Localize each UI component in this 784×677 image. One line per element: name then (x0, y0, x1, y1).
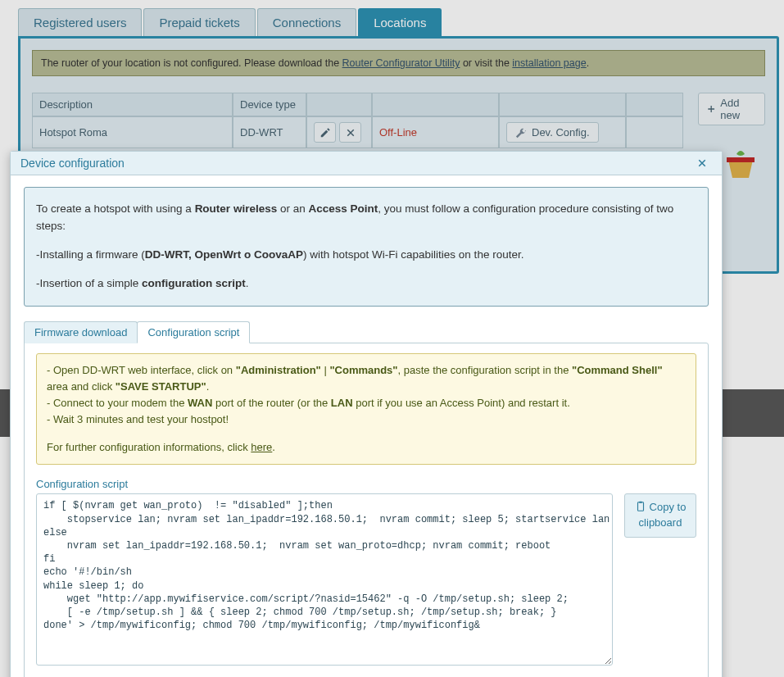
txt: port if you use an Access Point) and res… (353, 397, 570, 409)
txt: -Insertion of a simple (36, 277, 142, 289)
txt-bold: WAN (188, 397, 212, 409)
txt: area and click (47, 380, 116, 393)
svg-rect-0 (637, 502, 643, 511)
modal-title: Device configuration (20, 157, 125, 170)
txt: , paste the configuration script in the (398, 364, 572, 376)
modal-close-button[interactable] (692, 157, 712, 170)
txt: To create a hotspot with using a (36, 202, 195, 215)
modal-header: Device configuration (11, 152, 722, 175)
txt-bold: DD-WRT, OpenWrt o CoovaAP (145, 248, 303, 261)
txt: For further configuration informations, … (47, 441, 251, 453)
txt: - Wait 3 minutes and test your hostpot! (47, 411, 686, 428)
txt-bold: "Commands" (329, 364, 397, 376)
txt: . (246, 277, 249, 289)
device-config-modal: Device configuration To create a hotspot… (10, 151, 723, 677)
txt: or an (277, 202, 308, 215)
txt-bold: LAN (331, 397, 353, 409)
txt-bold: "Administration" (236, 364, 321, 376)
instructions-box: To create a hotspot with using a Router … (24, 187, 709, 307)
inner-tab-bar: Firmware download Configuration script (24, 321, 709, 343)
txt-bold: Router wireless (195, 202, 278, 215)
configuration-script-panel: - Open DD-WRT web interface, click on "A… (24, 343, 709, 677)
txt: . (272, 441, 275, 453)
tab-configuration-script[interactable]: Configuration script (137, 321, 250, 343)
steps-box: - Open DD-WRT web interface, click on "A… (36, 353, 696, 466)
copy-to-clipboard-button[interactable]: Copy to clipboard (624, 493, 696, 538)
txt: - Connect to your modem the (47, 397, 188, 409)
copy-label-line2: clipboard (630, 516, 691, 530)
txt-bold: "Command Shell" (572, 364, 663, 376)
txt: . (206, 380, 210, 393)
txt-bold: "SAVE STARTUP" (116, 380, 206, 393)
txt-bold: Access Point (308, 202, 378, 215)
txt: ) with hotspot Wi-Fi capabilities on the… (303, 248, 523, 261)
txt: - Open DD-WRT web interface, click on (47, 364, 236, 376)
link-here[interactable]: here (251, 441, 272, 453)
tab-firmware-download[interactable]: Firmware download (24, 321, 138, 343)
txt-bold: configuration script (142, 277, 246, 289)
copy-label-line1: Copy to (650, 501, 687, 515)
close-icon (697, 158, 707, 168)
svg-rect-1 (639, 502, 642, 503)
clipboard-icon (635, 501, 646, 512)
txt: | (321, 364, 330, 376)
txt: port of the router (or the (212, 397, 331, 409)
configuration-script-textarea[interactable] (36, 493, 613, 666)
txt: -Installing a firmware ( (36, 248, 145, 261)
script-label: Configuration script (36, 478, 696, 490)
